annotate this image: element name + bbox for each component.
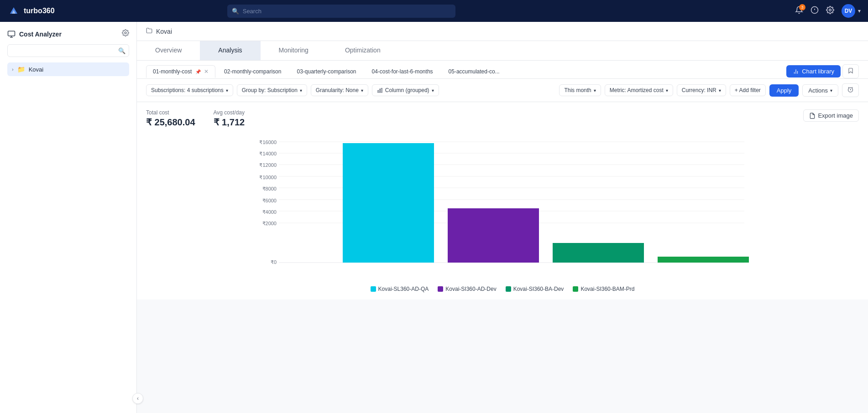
app-logo: turbo360	[7, 5, 55, 17]
legend-item-4: Kovai-SI360-BAM-Prd	[573, 286, 634, 292]
bar-kovai-qa[interactable]	[343, 143, 434, 263]
notifications-button[interactable]: 3	[795, 6, 803, 16]
nav-icons: 3 DV ▾	[795, 4, 861, 18]
chart-library-icon	[793, 68, 799, 75]
svg-text:₹2000: ₹2000	[262, 221, 277, 226]
user-avatar: DV	[842, 4, 855, 18]
legend-color-2	[438, 286, 443, 292]
chart-tab-2[interactable]: 02-monthly-comparison	[217, 65, 288, 78]
chevron-right-icon: ›	[12, 67, 14, 72]
chevron-down-icon: ▾	[226, 88, 228, 93]
search-bar[interactable]: 🔍	[227, 5, 455, 18]
svg-rect-11	[377, 90, 378, 92]
sidebar-collapse-button[interactable]: ‹	[132, 393, 137, 404]
legend-color-1	[371, 286, 376, 292]
chevron-down-icon: ▾	[300, 88, 302, 93]
chart-tabs-bar: 01-monthly-cost 📌 ✕ 02-monthly-compariso…	[137, 61, 868, 79]
breadcrumb-label: Kovai	[156, 28, 172, 35]
apply-button[interactable]: Apply	[769, 84, 799, 97]
filters-bar: Subscriptions: 4 subscriptions ▾ Group b…	[137, 79, 868, 102]
alarm-button[interactable]	[842, 83, 859, 97]
metric-filter[interactable]: Metric: Amortized cost ▾	[605, 84, 673, 96]
search-input[interactable]	[227, 5, 455, 18]
bar-kovai-bam-prd[interactable]	[658, 257, 749, 263]
svg-line-16	[852, 87, 853, 88]
chevron-down-icon: ▾	[594, 88, 596, 93]
logo-icon	[7, 5, 20, 17]
chart-type-filter[interactable]: Column (grouped) ▾	[372, 84, 439, 96]
bookmark-button[interactable]	[842, 64, 859, 78]
bookmark-icon	[847, 67, 854, 74]
svg-text:₹0: ₹0	[271, 259, 277, 265]
alerts-button[interactable]	[810, 6, 819, 16]
tab-monitoring[interactable]: Monitoring	[261, 41, 327, 60]
sidebar-settings-button[interactable]	[122, 29, 129, 39]
pin-icon: 📌	[195, 69, 201, 74]
legend-item-3: Kovai-SI360-BA-Dev	[506, 286, 564, 292]
add-filter-button[interactable]: + Add filter	[730, 84, 766, 96]
chart-tab-5[interactable]: 05-accumulated-co...	[442, 65, 507, 78]
total-cost-value: ₹ 25,680.04	[146, 117, 195, 128]
chart-tabs-scroll: 01-monthly-cost 📌 ✕ 02-monthly-compariso…	[146, 65, 784, 78]
subscriptions-filter[interactable]: Subscriptions: 4 subscriptions ▾	[146, 84, 233, 96]
sidebar-item-label: Kovai	[29, 66, 44, 73]
tab-overview[interactable]: Overview	[137, 41, 200, 60]
notification-badge: 3	[799, 4, 805, 10]
group-by-filter[interactable]: Group by: Subscription ▾	[237, 84, 307, 96]
main-content: Kovai Overview Analysis Monitoring Optim…	[137, 22, 868, 413]
cost-analyzer-icon	[7, 30, 16, 38]
actions-button[interactable]: Actions ▾	[802, 84, 838, 97]
chart-header: Total cost ₹ 25,680.04 Avg cost/day ₹ 1,…	[146, 109, 859, 128]
tab-analysis[interactable]: Analysis	[200, 41, 260, 60]
sidebar-search[interactable]: 🔍	[7, 44, 129, 57]
svg-rect-13	[381, 88, 382, 92]
bar-chart: ₹16000 ₹14000 ₹12000 ₹10000 ₹8000 ₹6000 …	[146, 135, 859, 281]
alarm-icon	[847, 86, 854, 93]
time-period-filter[interactable]: This month ▾	[559, 84, 601, 96]
column-chart-icon	[377, 88, 383, 93]
svg-line-15	[848, 87, 849, 88]
legend-color-3	[506, 286, 511, 292]
settings-button[interactable]	[826, 6, 834, 16]
filter-actions: This month ▾ Metric: Amortized cost ▾ Cu…	[559, 83, 859, 97]
bar-kovai-ba-dev[interactable]	[553, 243, 644, 263]
sidebar-header: Cost Analyzer	[7, 29, 129, 39]
folder-breadcrumb-icon	[146, 27, 152, 35]
main-layout: Cost Analyzer 🔍 › 📁 Kovai ‹	[0, 22, 868, 413]
chart-tab-3[interactable]: 03-quarterly-comparison	[290, 65, 363, 78]
breadcrumb: Kovai	[137, 22, 868, 41]
svg-text:₹12000: ₹12000	[259, 162, 277, 168]
chart-tab-1[interactable]: 01-monthly-cost 📌 ✕	[146, 65, 215, 78]
legend-item-1: Kovai-SL360-AD-QA	[371, 286, 429, 292]
sidebar-search-input[interactable]	[7, 44, 129, 57]
tab-optimization[interactable]: Optimization	[327, 41, 399, 60]
bar-kovai-dev[interactable]	[448, 208, 539, 263]
chart-library-button[interactable]: Chart library	[786, 65, 841, 77]
user-menu[interactable]: DV ▾	[842, 4, 861, 18]
app-name: turbo360	[24, 7, 55, 15]
total-cost: Total cost ₹ 25,680.04	[146, 109, 195, 128]
chart-legend: Kovai-SL360-AD-QA Kovai-SI360-AD-Dev Kov…	[146, 286, 859, 292]
svg-text:₹14000: ₹14000	[259, 151, 277, 156]
chart-tab-4[interactable]: 04-cost-for-last-6-months	[365, 65, 440, 78]
chevron-down-icon: ▾	[719, 88, 721, 93]
search-icon: 🔍	[232, 8, 239, 15]
granularity-filter[interactable]: Granularity: None ▾	[311, 84, 368, 96]
main-tabs: Overview Analysis Monitoring Optimizatio…	[137, 41, 868, 61]
close-tab-1-button[interactable]: ✕	[204, 68, 209, 75]
chevron-down-icon: ▾	[432, 88, 434, 93]
chevron-down-icon: ▾	[361, 88, 363, 93]
svg-text:₹4000: ₹4000	[262, 209, 277, 215]
sidebar-item-kovai[interactable]: › 📁 Kovai	[7, 62, 129, 76]
chevron-down-icon: ▾	[666, 88, 668, 93]
currency-filter[interactable]: Currency: INR ▾	[677, 84, 726, 96]
sidebar-module-label: Cost Analyzer	[19, 31, 62, 38]
svg-text:₹8000: ₹8000	[262, 186, 277, 191]
sidebar-title: Cost Analyzer	[7, 30, 62, 38]
export-image-button[interactable]: Export image	[803, 109, 859, 122]
chart-container: ₹16000 ₹14000 ₹12000 ₹10000 ₹8000 ₹6000 …	[146, 135, 859, 292]
sidebar: Cost Analyzer 🔍 › 📁 Kovai ‹	[0, 22, 137, 413]
legend-item-2: Kovai-SI360-AD-Dev	[438, 286, 496, 292]
svg-text:₹16000: ₹16000	[259, 139, 277, 145]
svg-point-3	[829, 9, 831, 11]
